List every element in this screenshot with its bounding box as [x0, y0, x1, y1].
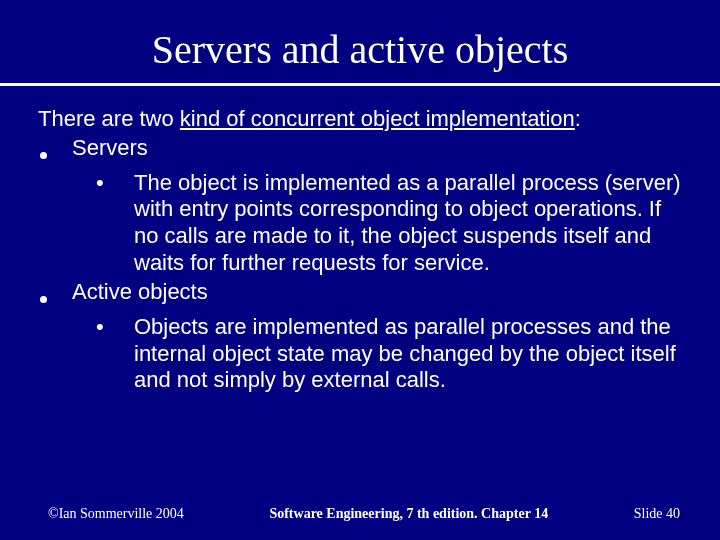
intro-underlined: kind of concurrent object implementation: [180, 106, 575, 131]
bullet-icon: [38, 135, 72, 168]
list-item: Active objects: [38, 279, 682, 312]
title-area: Servers and active objects: [0, 0, 720, 73]
item-label: Active objects: [72, 279, 682, 306]
sub-item-text: Objects are implemented as parallel proc…: [134, 314, 682, 394]
slide-title: Servers and active objects: [0, 26, 720, 73]
footer-book-title: Software Engineering, 7 th edition. Chap…: [184, 506, 634, 522]
intro-line: There are two kind of concurrent object …: [38, 106, 682, 133]
footer: ©Ian Sommerville 2004 Software Engineeri…: [0, 506, 720, 522]
slide: Servers and active objects There are two…: [0, 0, 720, 540]
intro-tail: :: [575, 106, 581, 131]
item-label: Servers: [72, 135, 682, 162]
bullet-icon: [38, 279, 72, 312]
sub-list-item: • The object is implemented as a paralle…: [38, 170, 682, 277]
footer-slide-number: Slide 40: [634, 506, 680, 522]
sub-item-text: The object is implemented as a parallel …: [134, 170, 682, 277]
sub-bullet-icon: •: [96, 170, 134, 197]
slide-content: There are two kind of concurrent object …: [0, 86, 720, 394]
sub-bullet-icon: •: [96, 314, 134, 341]
list-item: Servers: [38, 135, 682, 168]
sub-list-item: • Objects are implemented as parallel pr…: [38, 314, 682, 394]
intro-plain: There are two: [38, 106, 180, 131]
footer-copyright: ©Ian Sommerville 2004: [48, 506, 184, 522]
